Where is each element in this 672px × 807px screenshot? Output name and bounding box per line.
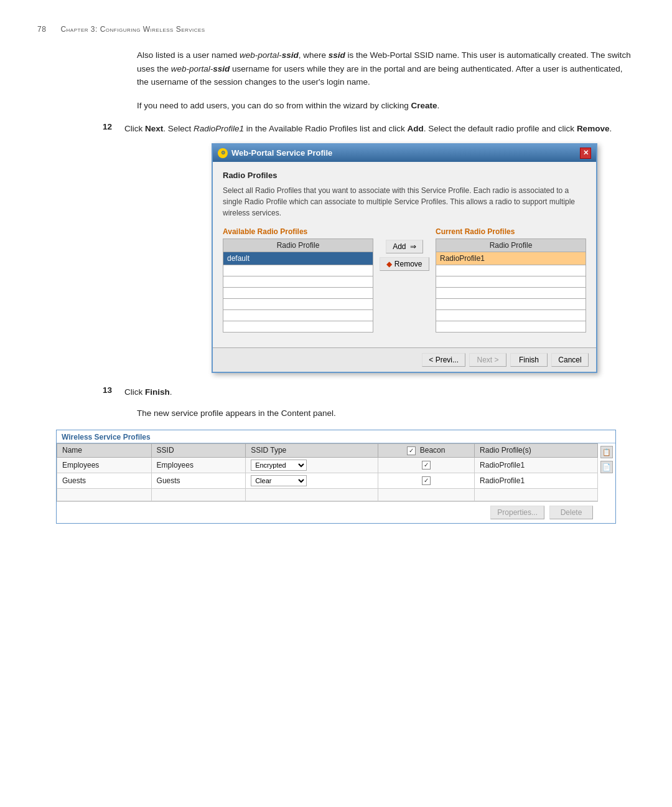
- next-button[interactable]: Next >: [469, 353, 506, 367]
- chapter-title: Chapter 3: Configuring Wireless Services: [60, 25, 205, 34]
- current-profiles-title: Current Radio Profiles: [436, 227, 586, 236]
- dialog-description: Select all Radio Profiles that you want …: [223, 185, 586, 219]
- wsp-col-name: Name: [57, 444, 152, 458]
- wsp-col-radio-profiles: Radio Profile(s): [475, 444, 598, 458]
- remove-button[interactable]: ◆ Remove: [380, 257, 429, 271]
- available-empty-row-6: [223, 321, 373, 332]
- dialog-titlebar-left: ⚙ Web-Portal Service Profile: [218, 148, 332, 158]
- wsp-outer: Name SSID SSID Type Beacon Radio Profile…: [57, 443, 615, 523]
- dialog-window: ⚙ Web-Portal Service Profile ✕ Radio Pro…: [212, 143, 597, 373]
- add-button[interactable]: Add ⇒: [386, 240, 423, 253]
- available-col-header: Radio Profile: [223, 238, 373, 252]
- dialog-close-button[interactable]: ✕: [580, 148, 591, 159]
- intro-paragraph2: If you need to add users, you can do so …: [137, 99, 635, 113]
- current-profiles-table: Radio Profile RadioProfile1: [436, 238, 586, 333]
- wsp-table: Name SSID SSID Type Beacon Radio Profile…: [57, 443, 598, 501]
- wsp-guests-ssid-type: Clear Encrypted: [246, 473, 378, 488]
- wsp-guests-beacon-checkbox[interactable]: [422, 476, 431, 485]
- wsp-employees-ssid: Employees: [151, 457, 246, 473]
- cancel-button[interactable]: Cancel: [551, 353, 589, 367]
- available-row-default-name: default: [223, 252, 373, 265]
- wsp-header-row: Name SSID SSID Type Beacon Radio Profile…: [57, 444, 598, 458]
- available-empty-row-5: [223, 309, 373, 321]
- dialog-titlebar: ⚙ Web-Portal Service Profile ✕: [213, 144, 596, 162]
- available-empty-row-3: [223, 287, 373, 298]
- prev-button[interactable]: < Previ...: [422, 353, 465, 367]
- wsp-guests-name: Guests: [57, 473, 152, 488]
- current-row-radioprofile1[interactable]: RadioProfile1: [436, 252, 586, 265]
- wsp-employees-ssid-type-select[interactable]: Encrypted Clear: [251, 460, 307, 471]
- step13-content: Click Finish.: [124, 385, 635, 399]
- intro-paragraph1: Also listed is a user named web-portal-s…: [137, 49, 635, 89]
- current-col-header: Radio Profile: [436, 238, 586, 252]
- wsp-guests-radio-profiles: RadioProfile1: [475, 473, 598, 488]
- wsp-guests-ssid-type-select[interactable]: Clear Encrypted: [251, 475, 307, 486]
- wsp-employees-beacon: [378, 457, 475, 473]
- step12-number: 12: [37, 122, 124, 136]
- wsp-guests-ssid: Guests: [151, 473, 246, 488]
- wsp-employees-radio-profiles: RadioProfile1: [475, 457, 598, 473]
- available-row-default[interactable]: default: [223, 252, 373, 265]
- wsp-empty-row: [57, 488, 598, 501]
- step13-number: 13: [37, 385, 124, 403]
- add-arrow-icon: ⇒: [410, 242, 416, 251]
- current-row-radioprofile1-name: RadioProfile1: [436, 252, 586, 265]
- wsp-guests-beacon: [378, 473, 475, 488]
- wsp-side-icon-top[interactable]: 📋: [600, 446, 613, 458]
- wsp-side-icon-bottom[interactable]: 📄: [600, 461, 613, 473]
- wsp-col-beacon: Beacon: [378, 444, 475, 458]
- available-empty-row-2: [223, 276, 373, 287]
- current-empty-row-6: [436, 321, 586, 332]
- wsp-container: Wireless Service Profiles Name SSID SSID…: [56, 430, 616, 524]
- dialog-app-icon: ⚙: [218, 148, 228, 158]
- wsp-title: Wireless Service Profiles: [57, 430, 615, 443]
- wsp-main: Name SSID SSID Type Beacon Radio Profile…: [57, 443, 598, 523]
- wsp-footer: Properties... Delete: [57, 501, 598, 523]
- current-empty-row-1: [436, 265, 586, 276]
- available-profiles-table: Radio Profile default: [223, 238, 373, 333]
- page-header: 78 Chapter 3: Configuring Wireless Servi…: [37, 25, 635, 34]
- current-empty-row-2: [436, 276, 586, 287]
- wsp-employees-ssid-type: Encrypted Clear: [246, 457, 378, 473]
- wsp-col-ssid-type: SSID Type: [246, 444, 378, 458]
- wsp-row-employees[interactable]: Employees Employees Encrypted Clear: [57, 457, 598, 473]
- wsp-employees-beacon-checkbox[interactable]: [422, 461, 431, 470]
- available-empty-row-1: [223, 265, 373, 276]
- current-empty-row-4: [436, 298, 586, 309]
- wsp-row-guests[interactable]: Guests Guests Clear Encrypted: [57, 473, 598, 488]
- wsp-employees-name: Employees: [57, 457, 152, 473]
- step12-content: Click Next. Select RadioProfile1 in the …: [124, 122, 635, 136]
- wsp-col-ssid: SSID: [151, 444, 246, 458]
- wsp-delete-button[interactable]: Delete: [549, 506, 593, 519]
- remove-icon: ◆: [386, 260, 392, 268]
- copy-icon: 📋: [602, 448, 611, 456]
- add-remove-panel: Add ⇒ ◆ Remove: [380, 227, 429, 271]
- available-empty-row-4: [223, 298, 373, 309]
- available-profiles-title: Available Radio Profiles: [223, 227, 373, 236]
- dialog-title: Web-Portal Service Profile: [231, 148, 332, 158]
- dialog-section-title: Radio Profiles: [223, 171, 586, 180]
- current-profiles-panel: Current Radio Profiles Radio Profile Rad…: [436, 227, 586, 333]
- dialog-body: Radio Profiles Select all Radio Profiles…: [213, 162, 596, 347]
- finish-button[interactable]: Finish: [510, 353, 548, 367]
- step13-subtext: The new service profile appears in the C…: [137, 407, 635, 420]
- page-number: 78: [37, 25, 46, 34]
- dialog-footer: < Previ... Next > Finish Cancel: [213, 347, 596, 372]
- paste-icon: 📄: [602, 463, 611, 471]
- profiles-area: Available Radio Profiles Radio Profile d…: [223, 227, 586, 333]
- available-profiles-panel: Available Radio Profiles Radio Profile d…: [223, 227, 373, 333]
- current-empty-row-5: [436, 309, 586, 321]
- wsp-side-icons: 📋 📄: [598, 443, 615, 476]
- beacon-checkbox-header: [407, 446, 416, 455]
- current-empty-row-3: [436, 287, 586, 298]
- wsp-properties-button[interactable]: Properties...: [490, 506, 544, 519]
